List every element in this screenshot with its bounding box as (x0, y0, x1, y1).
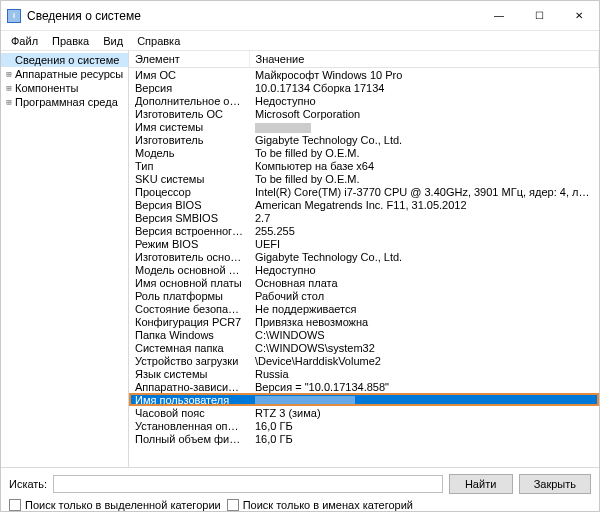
table-row[interactable]: Изготовитель ОСMicrosoft Corporation (129, 107, 599, 120)
tree-expand-icon[interactable]: ⊞ (3, 83, 15, 93)
menu-file[interactable]: Файл (5, 33, 44, 49)
table-row[interactable]: Имя ОСМайкрософт Windows 10 Pro (129, 68, 599, 82)
checkbox-selected-category[interactable]: Поиск только в выделенной категории (9, 499, 221, 511)
table-row[interactable]: Папка WindowsC:\WINDOWS (129, 328, 599, 341)
table-row[interactable]: Имя пользователя (129, 393, 599, 406)
table-row[interactable]: Версия встроенного контролл...255.255 (129, 224, 599, 237)
cell-value: Основная плата (249, 276, 599, 289)
cell-element: Модель (129, 146, 249, 159)
cell-value: RTZ 3 (зима) (249, 406, 599, 419)
table-row[interactable]: SKU системыTo be filled by O.E.M. (129, 172, 599, 185)
cell-element: Версия (129, 81, 249, 94)
table-row[interactable]: Версия BIOSAmerican Megatrends Inc. F11,… (129, 198, 599, 211)
cell-element: Имя системы (129, 120, 249, 133)
table-row[interactable]: ИзготовительGigabyte Technology Co., Ltd… (129, 133, 599, 146)
cell-element: Тип (129, 159, 249, 172)
cell-value: Недоступно (249, 263, 599, 276)
table-row[interactable]: Режим BIOSUEFI (129, 237, 599, 250)
cell-element: SKU системы (129, 172, 249, 185)
cell-value: Рабочий стол (249, 289, 599, 302)
column-value[interactable]: Значение (249, 51, 599, 68)
cell-value: Компьютер на базе x64 (249, 159, 599, 172)
main-pane: Сведения о системе⊞Аппаратные ресурсы⊞Ко… (1, 51, 599, 467)
table-row[interactable]: ТипКомпьютер на базе x64 (129, 159, 599, 172)
table-row[interactable]: Полный объем физической па...16,0 ГБ (129, 432, 599, 445)
cell-element: Процессор (129, 185, 249, 198)
cell-value: Russia (249, 367, 599, 380)
cell-value: Недоступно (249, 94, 599, 107)
table-row[interactable]: Состояние безопасной загруз...Не поддерж… (129, 302, 599, 315)
search-input[interactable] (53, 475, 442, 493)
checkbox-box-icon (9, 499, 21, 511)
cell-element: Конфигурация PCR7 (129, 315, 249, 328)
minimize-button[interactable]: — (479, 1, 519, 30)
column-element[interactable]: Элемент (129, 51, 249, 68)
table-row[interactable]: Имя системы (129, 120, 599, 133)
menu-edit[interactable]: Правка (46, 33, 95, 49)
checkbox-label: Поиск только в именах категорий (243, 499, 413, 511)
close-search-button[interactable]: Закрыть (519, 474, 591, 494)
cell-value: Intel(R) Core(TM) i7-3770 CPU @ 3.40GHz,… (249, 185, 599, 198)
cell-value: 255.255 (249, 224, 599, 237)
cell-element: Папка Windows (129, 328, 249, 341)
table-row[interactable]: Роль платформыРабочий стол (129, 289, 599, 302)
cell-element: Аппаратно-зависимый уровен... (129, 380, 249, 393)
table-row[interactable]: Изготовитель основной платыGigabyte Tech… (129, 250, 599, 263)
cell-element: Полный объем физической па... (129, 432, 249, 445)
sidebar-item-label: Сведения о системе (15, 54, 119, 66)
cell-element: Версия встроенного контролл... (129, 224, 249, 237)
cell-element: Режим BIOS (129, 237, 249, 250)
window-title: Сведения о системе (27, 9, 479, 23)
sidebar-item[interactable]: ⊞Компоненты (1, 81, 128, 95)
sidebar-item[interactable]: ⊞Программная среда (1, 95, 128, 109)
table-scroll[interactable]: Элемент Значение Имя ОСМайкрософт Window… (129, 51, 599, 467)
cell-value (249, 393, 599, 406)
titlebar: i Сведения о системе — ☐ ✕ (1, 1, 599, 31)
table-row[interactable]: МодельTo be filled by O.E.M. (129, 146, 599, 159)
cell-element: Роль платформы (129, 289, 249, 302)
table-row[interactable]: Версия10.0.17134 Сборка 17134 (129, 81, 599, 94)
app-icon: i (7, 9, 21, 23)
tree-expand-icon[interactable]: ⊞ (3, 97, 15, 107)
cell-element: Язык системы (129, 367, 249, 380)
tree-expand-icon[interactable]: ⊞ (3, 69, 15, 79)
table-row[interactable]: Дополнительное описание ОСНедоступно (129, 94, 599, 107)
cell-element: Изготовитель ОС (129, 107, 249, 120)
menu-help[interactable]: Справка (131, 33, 186, 49)
sidebar-item[interactable]: ⊞Аппаратные ресурсы (1, 67, 128, 81)
cell-value: Версия = "10.0.17134.858" (249, 380, 599, 393)
cell-element: Изготовитель основной платы (129, 250, 249, 263)
sidebar-item-label: Программная среда (15, 96, 118, 108)
cell-value: Майкрософт Windows 10 Pro (249, 68, 599, 82)
cell-element: Версия SMBIOS (129, 211, 249, 224)
table-row[interactable]: Конфигурация PCR7Привязка невозможна (129, 315, 599, 328)
table-row[interactable]: Установленная оперативная п...16,0 ГБ (129, 419, 599, 432)
table-row[interactable]: Имя основной платыОсновная плата (129, 276, 599, 289)
cell-element: Устройство загрузки (129, 354, 249, 367)
close-button[interactable]: ✕ (559, 1, 599, 30)
cell-value: Привязка невозможна (249, 315, 599, 328)
checkbox-box-icon (227, 499, 239, 511)
table-row[interactable]: Часовой поясRTZ 3 (зима) (129, 406, 599, 419)
menu-view[interactable]: Вид (97, 33, 129, 49)
checkbox-names-only[interactable]: Поиск только в именах категорий (227, 499, 413, 511)
table-row[interactable]: Модель основной платыНедоступно (129, 263, 599, 276)
cell-value: American Megatrends Inc. F11, 31.05.2012 (249, 198, 599, 211)
sidebar-item[interactable]: Сведения о системе (1, 53, 128, 67)
cell-element: Установленная оперативная п... (129, 419, 249, 432)
maximize-button[interactable]: ☐ (519, 1, 559, 30)
cell-value: 16,0 ГБ (249, 432, 599, 445)
cell-value: Gigabyte Technology Co., Ltd. (249, 250, 599, 263)
find-button[interactable]: Найти (449, 474, 513, 494)
table-row[interactable]: Язык системыRussia (129, 367, 599, 380)
cell-value: To be filled by O.E.M. (249, 172, 599, 185)
table-row[interactable]: Версия SMBIOS2.7 (129, 211, 599, 224)
cell-value: 10.0.17134 Сборка 17134 (249, 81, 599, 94)
search-bar: Искать: Найти Закрыть Поиск только в выд… (1, 467, 599, 512)
sidebar-item-label: Аппаратные ресурсы (15, 68, 123, 80)
table-row[interactable]: ПроцессорIntel(R) Core(TM) i7-3770 CPU @… (129, 185, 599, 198)
table-row[interactable]: Системная папкаC:\WINDOWS\system32 (129, 341, 599, 354)
menubar: Файл Правка Вид Справка (1, 31, 599, 51)
table-row[interactable]: Устройство загрузки\Device\HarddiskVolum… (129, 354, 599, 367)
table-row[interactable]: Аппаратно-зависимый уровен...Версия = "1… (129, 380, 599, 393)
